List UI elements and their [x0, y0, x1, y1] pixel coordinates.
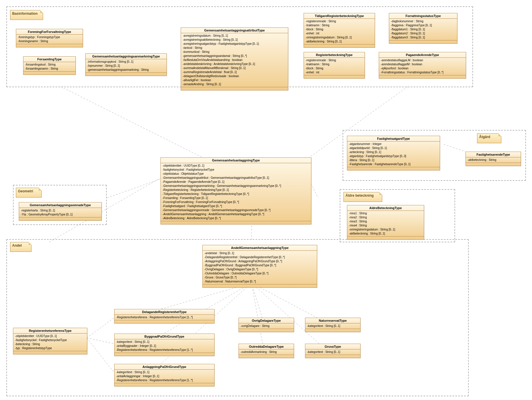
class-attr: -flaggdatum3 : String [0..1] [391, 36, 455, 40]
class-attr: -registeromrade : String [306, 19, 373, 23]
class-attr: -kategoritext : String [0..1] [307, 350, 359, 354]
class-attrs: -kategoritext : String [0..1] [305, 349, 360, 355]
class-title: ForrattningsstatusType [389, 13, 457, 19]
class-attr: -enhet : int [306, 31, 373, 36]
class-attr: -delagareOfullstandigtRedovisade : boole… [183, 74, 286, 78]
class-attr: -Fastighetsatgard : FastighetsatgardType… [162, 204, 309, 208]
class-attr: -Forsamling : ForsamlingType [0..1] [162, 196, 309, 200]
class-attr: -traktnamn : String [306, 23, 373, 27]
class-attrs: -dagboksnummer : String-flaggniva : Flag… [389, 19, 457, 40]
class-attr: -Yta : GeometryArrayPropertyType [0..1] [21, 213, 100, 217]
class-attr: -objektidentitet : UUIDType [0..1] [162, 164, 309, 168]
class-NaturreservatType[interactable]: NaturreservatType -kategoritext : String… [305, 318, 361, 332]
class-attrs: -arendestatusflaggaLM : boolean-arendest… [379, 58, 466, 75]
class-attr: -kategoritext : String [0..1] [116, 340, 213, 344]
class-attr: -objektstatus : ObjektstatusType [162, 172, 309, 176]
class-AndelIGemensamhetsanlaggningType[interactable]: AndelIGemensamhetsanlaggningType -andels… [202, 245, 317, 288]
class-DelagandeRegisterenhetType[interactable]: DelagandeRegisterenhetType -Registerenhe… [114, 309, 215, 323]
note-aldre: Äldre beteckning [343, 192, 382, 202]
class-attr: -AndelIGemensamhetsanlaggning : AndelIGe… [162, 212, 309, 216]
class-GruvaType[interactable]: GruvaType -kategoritext : String [0..1] [305, 344, 361, 358]
class-attr: -antalAnlaggningar : Integer [0..1] [116, 374, 213, 378]
class-attr: -PagaendeArende : PagaendeArendeType [0.… [162, 180, 309, 184]
class-title: OvrigDelagareType [239, 318, 294, 323]
class-attr: -andelstalsbeskrivning : Andelstalsbeskr… [183, 62, 286, 66]
class-GemensamhetsanlaggningsanmarkningType[interactable]: GemensamhetsanlaggningsanmarkningType -i… [85, 53, 167, 76]
class-attr: -farBeslutaOmVissAndelstalsandring : boo… [183, 58, 286, 62]
class-ByggnadPaOfriGrundType[interactable]: ByggnadPaOfriGrundType -kategoritext : S… [114, 334, 215, 356]
class-attr: -flaggdatum2 : String [0..1] [391, 31, 455, 36]
class-attr: -anteckning : String [0..1] [349, 150, 438, 154]
class-attr: -block : String [306, 27, 373, 31]
class-attr: -AnlaggningPaOfriGrund : AnlaggningPaOfr… [204, 259, 315, 263]
class-AldreBeteckningType[interactable]: AldreBeteckningType -niva1 : String-niva… [347, 205, 424, 240]
class-attr: -Fastighetsarende : FastighetsarendeType… [349, 162, 438, 166]
class-title: GemensamhetsanlaggningsomradeType [19, 202, 101, 208]
class-AnlaggningPaOfriGrundType[interactable]: AnlaggningPaOfriGrundType -kategoritext … [114, 364, 215, 386]
class-attr: -fastighetsnyckel : FastighetsnyckelType [162, 168, 309, 172]
class-GemensamhetsanlaggningsomradeType[interactable]: GemensamhetsanlaggningsomradeType -regis… [19, 202, 102, 221]
class-title: PagaendeArendeType [379, 52, 466, 58]
class-attr: -summaRegistreradeAndelstal : float [0..… [183, 70, 286, 74]
class-attr: -ByggnadPaOfriGrund : ByggnadPaOfriGrund… [204, 263, 315, 267]
class-attr: -Forrattningsstatus : Forrattningsstatus… [381, 70, 464, 75]
class-attr: -aktbeteckning : String [0..1] [349, 232, 422, 236]
svg-line-2 [107, 179, 160, 198]
class-attr: -summaAndelstalManuelltBeraknad : String… [183, 66, 286, 70]
class-FastighetsarendeType[interactable]: FastighetsarendeType -aktbeteckning : St… [466, 152, 521, 166]
class-attr: -registeromrade : String [306, 58, 363, 62]
class-attr: -antalByggnader : Integer [0..1] [116, 344, 213, 348]
class-attr: -gemensamhetsanlaggningsandamal : String… [183, 54, 286, 58]
class-title: GemensamhetsanlaggningsattributType [181, 28, 288, 33]
class-attr: -typ : RegisterenhetstypType [15, 346, 85, 350]
class-attr: -forsamlingskod : String [25, 63, 74, 67]
class-attr: -ForeningForForvaltning : ForeningForFor… [162, 200, 309, 204]
class-attr: -atgardstidpunkt : String [0..1] [349, 146, 438, 150]
class-attrs: -kategoritext : String [0..1]-antalByggn… [114, 339, 214, 353]
class-attr: -outreddAnmarkning : String [241, 350, 292, 354]
class-attr: -Registerenhetsreferens : Registerenhets… [116, 348, 213, 352]
class-GemensamhetsanlaggningType[interactable]: GemensamhetsanlaggningType -objektidenti… [160, 157, 311, 224]
class-attr: -Naturreservat : NaturreservatType [0..*… [204, 280, 315, 284]
class-FastighetsatgardType[interactable]: FastighetsatgardType -atgardsnummer : In… [347, 136, 440, 170]
class-title: ForeningForForvaltningType [16, 29, 83, 35]
class-RegisterenhetsreferensType[interactable]: RegisterenhetsreferensType -objektidenti… [13, 328, 87, 354]
class-attr: -flaggniva : FlaggnivaType [0..1] [391, 23, 455, 27]
class-attrs: -kategoritext : String [0..1]-antalAnlag… [114, 370, 214, 383]
class-attr: -AldreBeteckning : AldreBeteckningType [… [162, 216, 309, 220]
svg-line-0 [61, 87, 202, 157]
class-RegisterbeteckningType[interactable]: RegisterbeteckningType -registeromrade :… [304, 52, 365, 79]
class-attr: -lopnummer : String [0..1] [87, 64, 165, 68]
class-OvrigDelagareType[interactable]: OvrigDelagareType -ovrigDelagare : Strin… [239, 318, 294, 332]
class-ForeningForForvaltningType[interactable]: ForeningForForvaltningType -foreningstyp… [16, 29, 83, 47]
class-attrs: -andelstal : String [0..1]-DelagandeRegi… [203, 251, 317, 284]
note-andel: Andel [10, 242, 32, 252]
class-title: ByggnadPaOfriGrundType [114, 334, 214, 339]
class-attrs: -registeromrade : String-traktnamn : Str… [304, 58, 365, 75]
class-attr: -Registerenhetsreferens : Registerenhets… [116, 315, 213, 319]
class-attr: -avregistreringsaktbeteckning : String [… [183, 38, 286, 42]
class-TidigareRegisterbeteckningType[interactable]: TidigareRegisterbeteckningType -register… [304, 13, 375, 48]
class-GemensamhetsanlaggningsattributType[interactable]: GemensamhetsanlaggningsattributType -avr… [181, 27, 288, 90]
class-attrs: -Registerenhetsreferens : Registerenhets… [114, 315, 214, 320]
class-ForrattningsstatusType[interactable]: ForrattningsstatusType -dagboksnummer : … [389, 13, 457, 44]
class-attrs: -aktbeteckning : String [466, 157, 521, 163]
class-attrs: -niva1 : String-niva2 : String-niva3 : S… [347, 211, 424, 237]
class-attr: -lankod : String [183, 46, 286, 50]
uml-canvas: Basinformation ForeningForForvaltningTyp… [0, 0, 532, 400]
class-attr: -kategoritext : String [0..1] [307, 324, 359, 328]
class-attr: -Registerbeteckning : Registerbeteckning… [162, 188, 309, 192]
svg-line-3 [311, 183, 318, 198]
class-attr: -Gemensamhetsanlaggningsomrade : Gemensa… [162, 208, 309, 212]
class-attrs: -kategoritext : String [0..1] [305, 323, 360, 329]
class-attr: -OvrigDelagare : OvrigDelagareType [0..*… [204, 267, 315, 271]
class-PagaendeArendeType[interactable]: PagaendeArendeType -arendestatusflaggaLM… [379, 52, 466, 79]
class-attr: -enhet : int [306, 70, 363, 75]
class-attr: -DelagandeRegisterenhet : DelagandeRegis… [204, 255, 315, 259]
class-attrs: -outreddAnmarkning : String [239, 349, 294, 355]
class-attr: -niva2 : String [349, 215, 422, 219]
class-OutreddaDelagareType[interactable]: OutreddaDelagareType -outreddAnmarkning … [239, 344, 294, 358]
class-attr: -traktnamn : String [306, 62, 363, 66]
class-ForsamlingType[interactable]: ForsamlingType -forsamlingskod : String-… [23, 56, 76, 75]
class-title: NaturreservatType [305, 318, 360, 323]
